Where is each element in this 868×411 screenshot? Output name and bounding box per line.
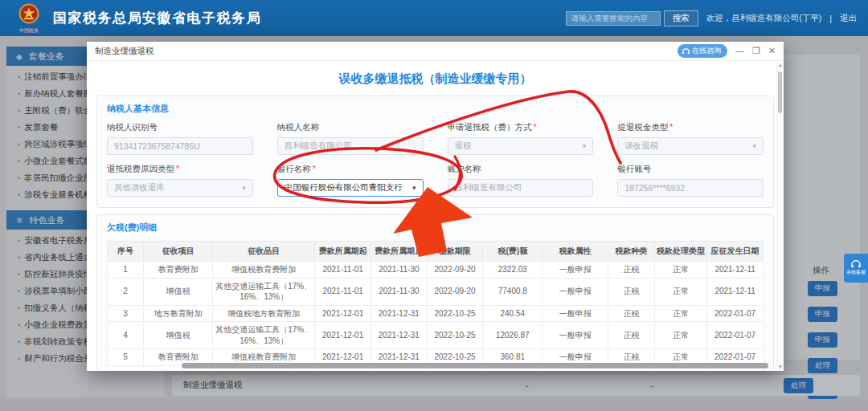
- field-label: 提退税金类型*: [617, 122, 764, 133]
- table-row[interactable]: 3地方教育附加 增值税地方教育附加2021-12-01 2021-12-3120…: [108, 305, 764, 322]
- scrollbar-thumb[interactable]: [778, 71, 782, 113]
- modal-content: 误收多缴退抵税（制造业缓缴专用） 纳税人基本信息 纳税人识别号 91341723…: [87, 61, 784, 370]
- table-header-cell: 征收项目: [144, 242, 213, 262]
- field-label: 纳税人名称: [277, 122, 424, 133]
- required-asterisk: *: [534, 122, 537, 132]
- table-header-cell: 税(费)额: [483, 242, 542, 262]
- required-asterisk: *: [313, 164, 316, 173]
- table-header-cell: 税款处理类型: [654, 242, 707, 262]
- scroll-down-icon[interactable]: ▼: [777, 364, 784, 369]
- table-header-cell: 税款种类: [608, 242, 654, 262]
- field-label: 退抵税费原因类型*: [107, 164, 253, 175]
- search-button[interactable]: 搜索: [664, 10, 698, 26]
- required-asterisk: *: [669, 122, 673, 132]
- section-title: 欠税(费)明细: [107, 222, 764, 234]
- field-label: 银行账号: [617, 164, 764, 175]
- modal-window-title: 制造业缓缴退税: [95, 46, 154, 57]
- chevron-down-icon: ▾: [242, 184, 246, 192]
- bank-name-select[interactable]: 中国银行股份有限公司青阳支行▾: [277, 179, 424, 197]
- field-refund-reason-type: 退抵税费原因类型* 其他误收退库▾: [107, 164, 253, 197]
- logout-link[interactable]: 退出: [840, 13, 857, 24]
- field-refund-type: 提退税金类型* 误收退税▾: [617, 122, 764, 155]
- page-title: 误收多缴退抵税（制造业缓缴专用）: [96, 71, 774, 87]
- field-refund-method: 申请退抵税（费）方式* 退税▾: [448, 122, 594, 155]
- headset-icon: [851, 260, 861, 268]
- section-tax-arrears-detail: 欠税(费)明细 序号征收项目征收品目费款所属期起费款所属期止缴款期限税(费)额税…: [96, 214, 774, 370]
- field-label: 银行名称*: [277, 164, 424, 175]
- table-header-cell: 费款所属期止: [371, 242, 428, 262]
- online-service-float-button[interactable]: 在线客服: [844, 254, 868, 283]
- chevron-down-icon: ▾: [752, 142, 756, 150]
- bank-account-input: 187256****6932: [617, 179, 764, 197]
- table-header-cell: 缴款期限: [427, 242, 483, 262]
- table-row[interactable]: 2增值税 其他交通运输工具（17%、16%、13%）2021-11-01 202…: [108, 278, 764, 305]
- table-horizontal-scrollbar[interactable]: [182, 363, 768, 368]
- field-taxpayer-id: 纳税人识别号 91341723675874785U: [107, 122, 253, 155]
- field-label: 申请退抵税（费）方式*: [448, 122, 594, 133]
- modal-vertical-scrollbar[interactable]: ▲ ▼: [776, 62, 783, 370]
- field-bank-name: 银行名称* 中国银行股份有限公司青阳支行▾: [277, 164, 424, 197]
- maximize-icon[interactable]: ❐: [752, 47, 760, 55]
- taxpayer-name-input: 昌利锻造有限公司: [277, 137, 424, 155]
- scroll-up-icon[interactable]: ▲: [777, 63, 784, 67]
- taxpayer-id-input: 91341723675874785U: [107, 137, 253, 155]
- tax-detail-table: 序号征收项目征收品目费款所属期起费款所属期止缴款期限税(费)额税款属性税款种类税…: [107, 241, 764, 370]
- header-separator: |: [829, 14, 832, 23]
- refund-modal: 制造业缓缴退税 在线咨询 — ❐ ✕ 误收多缴退抵税（制造业缓缴专用） 纳税人基…: [87, 42, 784, 371]
- minimize-icon[interactable]: —: [735, 47, 744, 55]
- field-label: 账户名称: [448, 164, 594, 175]
- table-header-cell: 税款属性: [542, 242, 608, 262]
- required-asterisk: *: [176, 164, 179, 173]
- online-consult-label: 在线咨询: [692, 46, 721, 56]
- online-service-label: 在线客服: [846, 269, 865, 275]
- search-input[interactable]: [566, 11, 661, 26]
- table-row[interactable]: 1教育费附加 增值税教育费附加2021-11-01 2021-11-302022…: [108, 262, 764, 279]
- close-icon[interactable]: ✕: [768, 47, 776, 55]
- field-label: 纳税人识别号: [107, 122, 253, 133]
- table-header-cell: 征收品目: [213, 242, 315, 262]
- field-bank-account: 银行账号 187256****6932: [617, 164, 764, 197]
- online-consult-button[interactable]: 在线咨询: [678, 44, 727, 58]
- refund-type-select: 误收退税▾: [617, 137, 764, 155]
- headset-icon: [682, 48, 690, 55]
- table-header-row: 序号征收项目征收品目费款所属期起费款所属期止缴款期限税(费)额税款属性税款种类税…: [108, 242, 764, 262]
- emblem-caption: 中国税务: [19, 27, 39, 35]
- table-header-cell: 应征发生日期: [707, 242, 764, 262]
- basic-info-form: 纳税人识别号 91341723675874785U 纳税人名称 昌利锻造有限公司…: [107, 122, 764, 197]
- table-row[interactable]: 4增值税 其他交通运输工具（17%、16%、13%）2021-12-01 202…: [108, 322, 764, 349]
- field-account-name: 账户名称 昌利锻造有限公司: [448, 164, 594, 197]
- section-title: 纳税人基本信息: [107, 103, 764, 115]
- field-taxpayer-name: 纳税人名称 昌利锻造有限公司: [277, 122, 424, 155]
- table-header-cell: 序号: [108, 242, 144, 262]
- national-emblem: 中国税务: [13, 2, 45, 35]
- refund-reason-select: 其他误收退库▾: [107, 179, 253, 197]
- site-title: 国家税务总局安徽省电子税务局: [53, 9, 261, 27]
- welcome-text: 欢迎，昌利锻造有限公司(丁平): [706, 13, 822, 24]
- emblem-icon: [17, 2, 41, 26]
- refund-method-select: 退税▾: [448, 137, 594, 155]
- modal-header: 制造业缓缴退税 在线咨询 — ❐ ✕: [87, 42, 784, 61]
- table-body: 1教育费附加 增值税教育费附加2021-11-01 2021-11-302022…: [108, 262, 764, 371]
- section-taxpayer-basic-info: 纳税人基本信息 纳税人识别号 91341723675874785U 纳税人名称 …: [96, 96, 774, 208]
- search-box: 搜索: [566, 10, 698, 26]
- account-name-input: 昌利锻造有限公司: [448, 179, 594, 197]
- table-header-cell: 费款所属期起: [315, 242, 371, 262]
- top-header: 中国税务 国家税务总局安徽省电子税务局 搜索 欢迎，昌利锻造有限公司(丁平) |…: [0, 0, 868, 36]
- chevron-down-icon: ▾: [583, 142, 587, 150]
- chevron-down-icon: ▾: [412, 184, 416, 192]
